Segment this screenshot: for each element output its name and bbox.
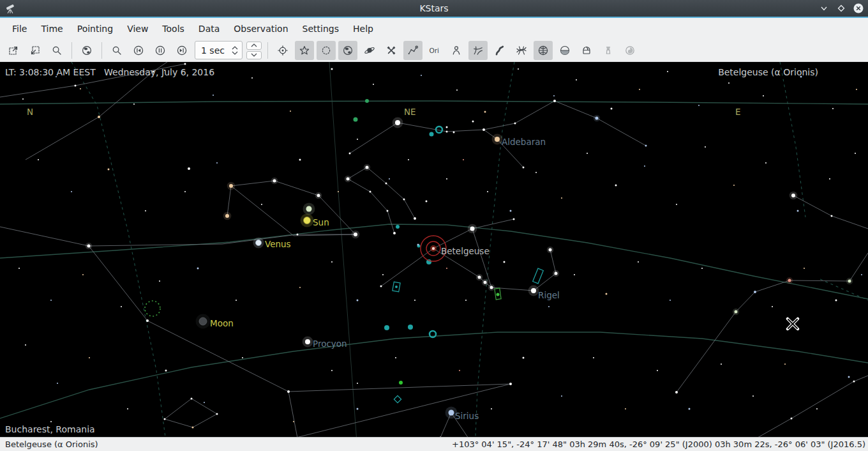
deep-sky-object[interactable] — [394, 395, 401, 402]
toggle-milky-way-icon[interactable] — [490, 41, 509, 60]
stop-clock-icon[interactable] — [151, 41, 170, 60]
label-venus[interactable]: Venus — [265, 239, 291, 249]
star[interactable] — [306, 206, 312, 212]
toggle-deep-sky-objects-icon[interactable] — [317, 41, 336, 60]
star[interactable] — [395, 120, 400, 125]
menu-help[interactable]: Help — [346, 20, 380, 38]
menu-time[interactable]: Time — [34, 20, 70, 38]
indi-control-icon[interactable] — [599, 41, 618, 60]
toggle-equatorial-grid-icon[interactable] — [512, 41, 531, 60]
deep-sky-object[interactable] — [408, 325, 413, 330]
star[interactable] — [229, 184, 233, 188]
toggle-satellites-icon[interactable] — [382, 41, 401, 60]
toggle-planets-icon[interactable] — [360, 41, 379, 60]
label-procyon[interactable]: Procyon — [313, 339, 347, 349]
close-button[interactable] — [853, 3, 864, 14]
time-step-forward-icon[interactable] — [172, 41, 191, 60]
deep-sky-object[interactable] — [365, 99, 369, 103]
deep-sky-object[interactable] — [399, 381, 403, 385]
star[interactable] — [490, 286, 493, 289]
focused-star[interactable] — [432, 247, 435, 250]
star[interactable] — [555, 272, 558, 275]
menu-data[interactable]: Data — [191, 20, 227, 38]
star[interactable] — [449, 410, 454, 416]
label-sun[interactable]: Sun — [313, 217, 329, 227]
star[interactable] — [595, 117, 599, 120]
label-rigel[interactable]: Rigel — [538, 290, 560, 300]
star — [797, 210, 799, 212]
toggle-constellation-names-icon[interactable]: Ori — [425, 41, 444, 60]
deep-sky-object[interactable] — [354, 118, 358, 122]
dome-control-icon[interactable] — [577, 41, 596, 60]
star[interactable] — [347, 178, 350, 181]
toggle-horizon-icon[interactable] — [555, 41, 574, 60]
deep-sky-object[interactable] — [396, 225, 400, 229]
star[interactable] — [470, 227, 475, 231]
star — [297, 234, 299, 236]
time-step-spinbox[interactable]: 1 sec — [195, 41, 243, 59]
menu-pointing[interactable]: Pointing — [70, 20, 120, 38]
hips-overlay-icon[interactable] — [620, 41, 640, 60]
toggle-constellation-lines-icon[interactable] — [403, 41, 423, 60]
time-unit-up-button[interactable] — [246, 42, 262, 50]
find-object-icon[interactable] — [47, 41, 66, 60]
deep-sky-object[interactable] — [497, 293, 500, 296]
toggle-stars-icon[interactable] — [295, 41, 314, 60]
toggle-constellation-art-icon[interactable] — [447, 41, 466, 60]
deep-sky-object[interactable] — [533, 268, 544, 284]
zoom-out-icon[interactable] — [26, 41, 45, 60]
maximize-button[interactable] — [835, 3, 847, 14]
geographic-location-icon[interactable] — [77, 41, 96, 60]
title-bar[interactable]: KStars — [0, 0, 868, 18]
star[interactable] — [478, 276, 481, 279]
star[interactable] — [366, 166, 369, 169]
star[interactable] — [531, 288, 536, 293]
star — [446, 131, 448, 133]
toggle-horizontal-grid-icon[interactable] — [534, 41, 553, 60]
star[interactable] — [791, 194, 795, 197]
toggle-solar-system-icon[interactable] — [338, 41, 357, 60]
label-sirius[interactable]: Sirius — [455, 411, 479, 421]
star[interactable] — [273, 180, 276, 183]
star[interactable] — [484, 281, 487, 284]
label-aldebaran[interactable]: Aldebaran — [502, 137, 546, 147]
menu-settings[interactable]: Settings — [296, 20, 346, 38]
zoom-in-icon[interactable] — [4, 41, 23, 60]
moon-disc[interactable] — [199, 317, 207, 325]
toggle-constellation-boundaries-icon[interactable] — [468, 41, 488, 60]
sun-disc[interactable] — [304, 217, 311, 224]
location-info-box[interactable]: Bucharest, Romania — [5, 424, 95, 434]
open-cluster-symbol[interactable] — [145, 301, 160, 316]
menu-file[interactable]: File — [5, 20, 34, 38]
zoom-default-icon[interactable] — [107, 41, 126, 60]
star[interactable] — [495, 137, 500, 142]
star[interactable] — [354, 233, 357, 236]
label-betelgeuse[interactable]: Betelgeuse — [441, 246, 490, 256]
star[interactable] — [225, 214, 229, 218]
minimize-button[interactable] — [818, 3, 830, 14]
star[interactable] — [788, 279, 791, 282]
deep-sky-object[interactable] — [395, 286, 398, 288]
label-moon[interactable]: Moon — [210, 318, 234, 328]
time-info-box[interactable]: LT: 3:08:30 AM EEST Wednesday, July 6, 2… — [5, 67, 214, 77]
deep-sky-object[interactable] — [430, 132, 434, 137]
star[interactable] — [735, 310, 738, 314]
time-unit-down-button[interactable] — [246, 51, 262, 59]
menu-observation[interactable]: Observation — [227, 20, 295, 38]
sky-map[interactable]: NNEESunVenusMoonAldebaranBetelgeuseRigel… — [0, 62, 868, 437]
star[interactable] — [848, 280, 851, 283]
menu-tools[interactable]: Tools — [155, 20, 191, 38]
star[interactable] — [317, 194, 320, 197]
track-object-icon[interactable] — [273, 41, 292, 60]
star[interactable] — [87, 245, 91, 248]
deep-sky-object[interactable] — [384, 325, 389, 330]
star — [184, 191, 186, 192]
star — [165, 370, 167, 372]
venus-disc[interactable] — [256, 240, 262, 246]
time-step-backward-icon[interactable] — [129, 41, 148, 60]
star — [518, 68, 519, 70]
focus-info-box[interactable]: Betelgeuse (α Orionis) — [718, 67, 818, 77]
menu-view[interactable]: View — [120, 20, 155, 38]
star[interactable] — [549, 248, 552, 252]
star[interactable] — [305, 339, 310, 344]
